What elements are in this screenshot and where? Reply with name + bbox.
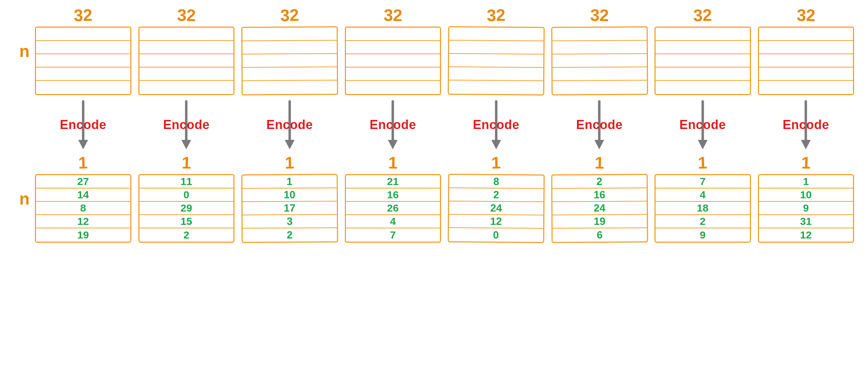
- output-columns: 1271481219111029152111017321211626471822…: [35, 155, 854, 243]
- input-column: 32: [345, 7, 441, 95]
- output-dim-label: 1: [285, 155, 295, 172]
- matrix-row: [346, 54, 440, 67]
- arrow-column: Encode: [345, 95, 441, 155]
- vector-cell: 31: [759, 215, 853, 228]
- output-dim-label: 1: [594, 155, 604, 172]
- vector-cell: 9: [656, 228, 750, 242]
- input-column: 32: [551, 7, 648, 95]
- arrow-columns: Encode Encode Encode Encode Encode Encod…: [35, 95, 854, 155]
- output-column: 111093112: [758, 155, 854, 243]
- matrix-row: [346, 41, 440, 54]
- output-dim-label: 1: [181, 155, 191, 172]
- output-vector: 741829: [654, 174, 751, 243]
- arrow-column: Encode: [654, 95, 751, 155]
- matrix-row: [139, 67, 234, 81]
- output-column: 121162647: [345, 155, 441, 243]
- encode-label: Encode: [370, 117, 416, 132]
- vector-cell: 2: [552, 175, 646, 188]
- matrix-row: [759, 41, 853, 54]
- input-matrix: [138, 27, 235, 95]
- input-column: 32: [35, 7, 131, 95]
- encode-label: Encode: [266, 117, 313, 132]
- vector-cell: 14: [36, 188, 130, 202]
- svg-marker-9: [491, 140, 501, 149]
- output-dim-label: 1: [491, 155, 501, 172]
- arrow-column: Encode: [758, 95, 854, 155]
- svg-marker-3: [181, 140, 191, 149]
- vector-cell: 24: [552, 201, 646, 215]
- matrix-row: [139, 28, 234, 41]
- encode-diagram: n 3232323232323232 Encode Encode Encode …: [14, 7, 854, 243]
- matrix-row: [449, 67, 543, 81]
- vector-cell: 9: [759, 202, 853, 215]
- output-dim-label: 1: [388, 155, 398, 172]
- matrix-row: [449, 80, 543, 94]
- matrix-row: [552, 41, 646, 54]
- vector-cell: 11: [139, 175, 234, 188]
- output-column: 18224120: [448, 155, 544, 243]
- vector-cell: 18: [656, 202, 750, 215]
- vector-cell: 24: [449, 201, 543, 215]
- matrix-row: [656, 28, 750, 41]
- vector-cell: 1: [243, 175, 337, 188]
- input-column: 32: [241, 7, 338, 95]
- input-dim-label: 32: [693, 7, 712, 24]
- vector-cell: 8: [449, 175, 543, 189]
- matrix-row: [449, 27, 543, 41]
- encode-label: Encode: [576, 117, 623, 132]
- vector-cell: 0: [139, 188, 234, 202]
- input-dim-label: 32: [280, 7, 299, 24]
- matrix-row: [759, 54, 853, 67]
- encode-label: Encode: [473, 117, 519, 132]
- output-dim-label: 1: [801, 155, 811, 172]
- matrix-row: [656, 41, 750, 54]
- matrix-row: [656, 54, 750, 67]
- output-vector: 8224120: [448, 174, 544, 243]
- input-matrix: [345, 27, 441, 95]
- input-matrix: [448, 26, 544, 95]
- arrow-column: Encode: [138, 95, 235, 155]
- input-column: 32: [138, 7, 235, 95]
- matrix-row: [449, 54, 543, 68]
- output-vector: 11029152: [138, 174, 235, 243]
- matrix-row: [36, 28, 130, 41]
- output-vector: 21162647: [345, 174, 441, 243]
- vector-cell: 12: [759, 228, 853, 242]
- input-column: 32: [448, 7, 544, 95]
- vector-cell: 7: [346, 228, 440, 242]
- encode-label: Encode: [60, 117, 106, 132]
- input-row: n 3232323232323232: [14, 7, 854, 95]
- matrix-row: [346, 81, 440, 94]
- encode-label: Encode: [783, 117, 829, 132]
- matrix-row: [656, 67, 750, 81]
- encode-label: Encode: [163, 117, 210, 132]
- vector-cell: 17: [243, 201, 337, 215]
- output-column: 121624196: [551, 155, 648, 243]
- matrix-row: [449, 41, 543, 55]
- matrix-row: [243, 80, 337, 94]
- input-dim-label: 32: [590, 7, 609, 24]
- vector-cell: 21: [346, 175, 440, 188]
- matrix-row: [36, 54, 130, 67]
- output-row: n 12714812191110291521110173212116264718…: [14, 155, 854, 243]
- arrow-column: Encode: [551, 95, 648, 155]
- vector-cell: 19: [552, 215, 647, 228]
- matrix-row: [552, 54, 646, 67]
- output-column: 111029152: [138, 155, 235, 243]
- matrix-row: [656, 81, 750, 94]
- vector-cell: 29: [139, 202, 234, 215]
- vector-cell: 6: [552, 228, 647, 242]
- input-matrix: [654, 27, 751, 95]
- arrow-column: Encode: [448, 95, 544, 155]
- matrix-row: [243, 41, 337, 54]
- matrix-row: [346, 67, 440, 81]
- vector-cell: 0: [449, 228, 543, 242]
- vector-cell: 3: [243, 215, 337, 228]
- output-vector: 1101732: [241, 174, 338, 243]
- matrix-row: [36, 67, 130, 81]
- vector-cell: 2: [243, 228, 337, 242]
- vector-cell: 19: [36, 228, 130, 242]
- vector-cell: 10: [243, 188, 337, 202]
- matrix-row: [243, 54, 337, 67]
- arrow-column: Encode: [241, 95, 338, 155]
